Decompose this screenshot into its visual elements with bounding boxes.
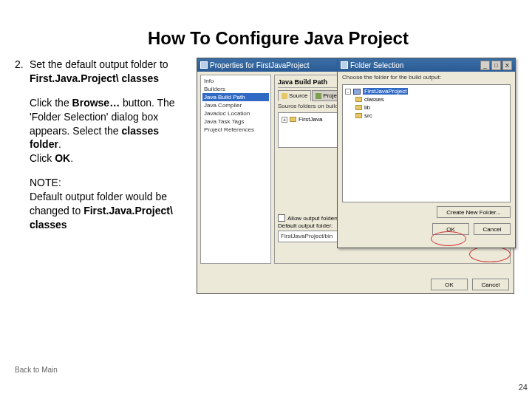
collapse-icon[interactable]: - xyxy=(345,89,351,95)
tree-item-lib[interactable]: lib xyxy=(345,103,508,112)
folder-tree[interactable]: - FirstJavaProject classes lib src xyxy=(342,84,511,202)
slide-title: How To Configure Java Project xyxy=(0,0,532,49)
cancel-button[interactable]: Cancel xyxy=(472,279,509,290)
tab-source[interactable]: Source xyxy=(278,90,311,101)
sidebar-item-project-refs[interactable]: Project References xyxy=(202,126,269,134)
create-new-folder-button[interactable]: Create New Folder... xyxy=(437,206,511,218)
properties-sidebar: Info Builders Java Build Path Java Compi… xyxy=(200,75,271,264)
projects-icon xyxy=(316,93,321,99)
tree-item-classes[interactable]: classes xyxy=(345,95,508,103)
tree-item-src[interactable]: src xyxy=(345,112,508,120)
folder-icon xyxy=(355,97,362,102)
tree-root[interactable]: - FirstJavaProject xyxy=(345,87,508,95)
project-icon xyxy=(353,89,361,95)
step-text: Set the default output folder to xyxy=(30,58,168,70)
folder-selection-prompt: Choose the folder for the build output: xyxy=(338,72,515,83)
ok-button[interactable]: OK xyxy=(431,279,468,290)
folder-selection-title-text: Folder Selection xyxy=(350,61,403,69)
note-block: NOTE: Default output folder would be cha… xyxy=(30,176,192,232)
min-icon[interactable]: _ xyxy=(480,61,490,70)
sidebar-item-info[interactable]: Info xyxy=(202,77,269,85)
folder-selection-dialog: Folder Selection _ □ X Choose the folder… xyxy=(337,58,516,248)
step-2: 2. Set the default output folder to Firs… xyxy=(15,58,192,86)
folder-icon xyxy=(355,105,362,110)
window-icon xyxy=(341,61,348,69)
close-icon[interactable]: X xyxy=(502,61,512,70)
step-number: 2. xyxy=(15,58,24,72)
expand-icon[interactable]: + xyxy=(282,117,287,123)
folder-cancel-button[interactable]: Cancel xyxy=(474,223,511,235)
folder-selection-titlebar[interactable]: Folder Selection _ □ X xyxy=(338,58,515,72)
folder-icon xyxy=(290,117,296,122)
browse-instruction: Click the Browse… button. The 'Folder Se… xyxy=(30,96,192,166)
folder-icon xyxy=(282,93,287,99)
sidebar-item-builders[interactable]: Builders xyxy=(202,85,269,93)
back-to-main-link[interactable]: Back to Main xyxy=(15,366,58,374)
content-row: 2. Set the default output folder to Firs… xyxy=(0,49,532,242)
note-head: NOTE: xyxy=(30,177,61,188)
instructions-column: 2. Set the default output folder to Firs… xyxy=(15,58,192,242)
sidebar-item-javadoc[interactable]: Javadoc Location xyxy=(202,109,269,117)
folder-icon xyxy=(355,113,362,118)
sidebar-item-task-tags[interactable]: Java Task Tags xyxy=(202,117,269,126)
sidebar-item-java-build-path[interactable]: Java Build Path xyxy=(202,93,269,101)
step-path: First.Java.Project\ classes xyxy=(30,72,159,84)
folder-ok-button[interactable]: OK xyxy=(432,223,469,235)
sidebar-item-java-compiler[interactable]: Java Compiler xyxy=(202,101,269,109)
max-icon[interactable]: □ xyxy=(491,61,501,70)
tree-root-label: FirstJavaProject xyxy=(363,88,408,95)
screenshot-area: Properties for FirstJavaProject ? X Info… xyxy=(197,58,526,242)
properties-title-text: Properties for FirstJavaProject xyxy=(210,61,310,69)
window-icon xyxy=(200,61,208,69)
page-number: 24 xyxy=(519,383,528,392)
